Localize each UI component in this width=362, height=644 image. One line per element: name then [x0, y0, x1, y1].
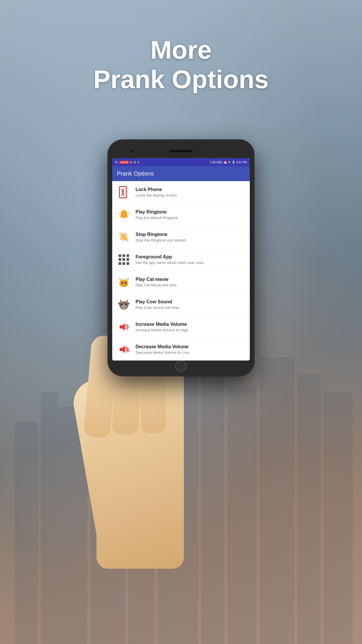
foreground-app-icon	[117, 253, 131, 267]
phone-frame: R↑ VOLTE ✉ ⚡ ✗ 5.56 KB/s ⏰ ▼ 🔋 3:41 PM P…	[108, 140, 254, 376]
cat-meow-icon	[117, 275, 131, 289]
foreground-app-title: Foreground App	[136, 254, 245, 260]
foreground-app-subtitle: Get the app name which other user uses	[136, 260, 245, 265]
network-indicator: R↑	[115, 161, 119, 164]
increase-volume-subtitle: Increase Media Volume to High	[136, 328, 245, 332]
app-bar-title: Prank Options	[117, 170, 154, 177]
cow-sound-subtitle: Play Cow Sound one time	[136, 305, 245, 310]
status-left: R↑ VOLTE ✉ ⚡ ✗	[115, 161, 140, 164]
lock-phone-subtitle: Locks the display screen	[136, 193, 245, 197]
stop-ringtone-icon	[117, 230, 131, 244]
cow-sound-title: Play Cow Sound	[136, 299, 245, 304]
usb-icon: ⚡	[133, 161, 136, 164]
increase-volume-icon	[117, 320, 131, 334]
cat-meow-text: Play Cat meow Play Cat Meow one time	[136, 277, 245, 287]
phone-speaker	[169, 150, 193, 152]
svg-rect-1	[41, 393, 58, 644]
stop-ringtone-subtitle: Stop the Ringtone you started	[136, 238, 245, 242]
svg-point-42	[126, 304, 127, 306]
svg-point-25	[126, 282, 126, 283]
phone-top	[112, 145, 250, 157]
email-icon: ✉	[130, 161, 132, 164]
battery-icon: 🔋	[232, 161, 235, 164]
list-item[interactable]: Increase Media Volume Increase Media Vol…	[112, 316, 250, 338]
svg-point-23	[125, 282, 126, 284]
list-item[interactable]: Stop Ringtone Stop the Ringtone you star…	[112, 226, 250, 249]
muted-icon: ✗	[137, 161, 140, 164]
time-display: 3:41 PM	[236, 161, 247, 164]
cow-sound-text: Play Cow Sound Play Cow Sound one time	[136, 299, 245, 310]
status-right: 5.56 KB/s ⏰ ▼ 🔋 3:41 PM	[210, 161, 247, 164]
cat-meow-subtitle: Play Cat Meow one time	[136, 283, 245, 287]
svg-point-33	[126, 302, 130, 305]
svg-point-40	[124, 307, 125, 307]
status-bar: R↑ VOLTE ✉ ⚡ ✗ 5.56 KB/s ⏰ ▼ 🔋 3:41 PM	[112, 158, 250, 166]
list-item[interactable]: Foreground App Get the app name which ot…	[112, 249, 250, 271]
list-item[interactable]: Lock Phone Locks the display screen	[112, 181, 250, 204]
svg-marker-44	[120, 346, 125, 353]
alarm-icon: ⏰	[224, 161, 227, 164]
play-ringtone-title: Play Ringtone	[136, 209, 245, 215]
list-item[interactable]: Play Cow Sound Play Cow Sound one time	[112, 293, 250, 316]
svg-point-41	[120, 305, 122, 306]
foreground-app-text: Foreground App Get the app name which ot…	[136, 254, 245, 265]
lock-phone-text: Lock Phone Locks the display screen	[136, 187, 245, 197]
grid-icon	[119, 254, 129, 265]
svg-point-39	[122, 307, 124, 307]
lock-phone-icon	[117, 185, 131, 199]
svg-point-15	[123, 209, 125, 211]
increase-volume-text: Increase Media Volume Increase Media Vol…	[136, 322, 245, 332]
svg-marker-43	[120, 323, 125, 330]
stop-ringtone-title: Stop Ringtone	[136, 232, 245, 237]
svg-point-22	[122, 282, 123, 284]
decrease-volume-text: Decrease Media Volume Decrease Media Vol…	[136, 344, 245, 355]
increase-volume-title: Increase Media Volume	[136, 322, 245, 327]
phone-screen: R↑ VOLTE ✉ ⚡ ✗ 5.56 KB/s ⏰ ▼ 🔋 3:41 PM P…	[112, 158, 250, 360]
data-speed: 5.56 KB/s	[210, 161, 222, 164]
list-item[interactable]: Play Ringtone Play the default Ringtone	[112, 204, 250, 226]
svg-rect-9	[297, 375, 321, 644]
decrease-volume-subtitle: Decrease Media Volume to Low	[136, 350, 245, 355]
svg-point-26	[123, 284, 124, 285]
lock-phone-title: Lock Phone	[136, 187, 245, 192]
svg-point-32	[118, 302, 121, 305]
svg-rect-0	[15, 422, 38, 644]
svg-point-17	[120, 279, 129, 287]
decrease-volume-title: Decrease Media Volume	[136, 344, 245, 349]
svg-point-38	[126, 304, 126, 304]
menu-list: Lock Phone Locks the display screen	[112, 181, 250, 360]
cow-sound-icon	[117, 298, 131, 312]
stop-ringtone-text: Stop Ringtone Stop the Ringtone you star…	[136, 232, 245, 242]
svg-point-24	[122, 282, 123, 283]
svg-rect-10	[324, 393, 353, 644]
play-ringtone-subtitle: Play the default Ringtone	[136, 216, 245, 220]
cat-meow-title: Play Cat meow	[136, 277, 245, 282]
list-item[interactable]: Decrease Media Volume Decrease Media Vol…	[112, 338, 250, 360]
phone-bottom	[112, 362, 250, 370]
list-item[interactable]: Play Cat meow Play Cat Meow one time	[112, 271, 250, 293]
play-ringtone-icon	[117, 208, 131, 222]
app-bar: Prank Options	[112, 166, 250, 181]
play-ringtone-text: Play Ringtone Play the default Ringtone	[136, 209, 245, 220]
page-title: More Prank Options	[0, 35, 362, 94]
front-camera	[130, 149, 134, 153]
svg-point-37	[122, 304, 122, 304]
decrease-volume-icon	[117, 342, 131, 356]
wifi-icon: ▼	[228, 161, 231, 164]
volte-badge: VOLTE	[120, 161, 129, 164]
home-button[interactable]	[175, 360, 187, 372]
